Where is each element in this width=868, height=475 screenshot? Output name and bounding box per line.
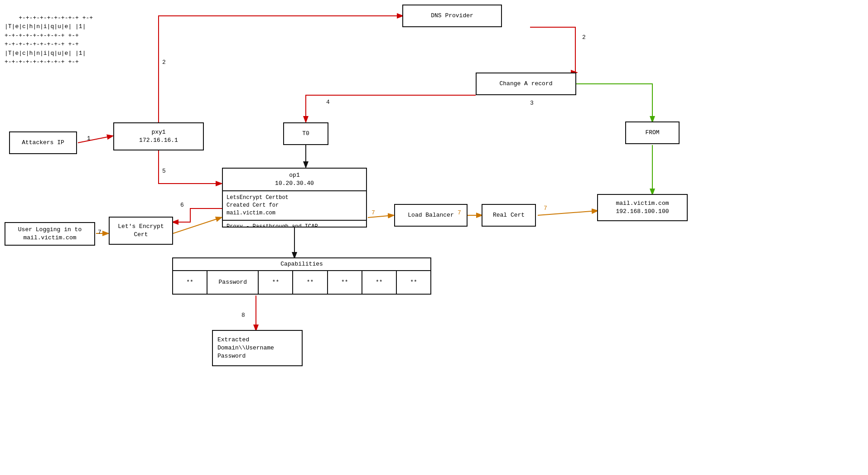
load-balancer-box: Load Balancer [394,204,468,227]
label-1: 1 [87,135,91,142]
cap-cell-1: ** [173,271,207,294]
cap-cell-6: ** [362,271,397,294]
t0-label: T0 [302,130,309,138]
label-5: 5 [162,168,166,174]
cap-cell-5: ** [328,271,362,294]
t0-box: T0 [283,122,328,145]
real-cert-label: Real Cert [493,211,525,219]
real-cert-box: Real Cert [482,204,536,227]
label-6: 6 [180,202,184,208]
cap-cell-3: ** [259,271,293,294]
cap-cell-4: ** [293,271,328,294]
from-label: FROM [645,129,659,137]
label-4: 4 [326,99,330,106]
ascii-art: +-+-+-+-+-+-+-+-+ +-+ |T|e|c|h|n|i|q|u|e… [5,5,93,75]
change-a-record-box: Change A record [476,73,576,95]
user-logging-box: User Logging in tomail.victim.com [5,222,95,246]
user-logging-label: User Logging in tomail.victim.com [18,226,82,242]
cap-cell-2: Password [207,271,259,294]
mail-victim-box: mail.victim.com192.168.100.100 [597,194,688,221]
extracted-box: ExtractedDomain\\UsernamePassword [212,330,303,366]
diagram-container: +-+-+-+-+-+-+-+-+ +-+ |T|e|c|h|n|i|q|u|e… [0,0,868,475]
label-3: 3 [530,100,534,107]
label-7d: 7 [544,205,547,212]
capabilities-label: Capabilities [280,261,323,267]
cap-cell-7: ** [397,271,430,294]
pxy1-box: pxy1172.16.16.1 [113,122,204,150]
label-2a: 2 [162,59,166,66]
lets-encrypt-box: Let's EncryptCert [109,217,173,245]
label-7c: 7 [458,209,461,216]
op1-box: op110.20.30.40 LetsEncrypt CertbotCreate… [222,168,367,228]
lets-encrypt-label: Let's EncryptCert [118,223,164,239]
dns-provider-label: DNS Provider [431,12,473,20]
dns-provider-box: DNS Provider [402,5,502,27]
label-7a: 7 [98,229,101,236]
svg-line-4 [173,218,221,233]
svg-line-0 [78,136,112,143]
pxy1-label: pxy1172.16.16.1 [139,128,178,145]
from-box: FROM [625,121,680,144]
label-8: 8 [241,312,245,319]
capabilities-box: Capabilities ** Password ** ** ** ** ** [172,257,431,295]
op1-cert-info: LetsEncrypt CertbotCreated Cert formail.… [227,194,289,216]
op1-proxy-label: Proxy - Passthrough and ICAP [227,223,318,228]
extracted-label: ExtractedDomain\\UsernamePassword [217,336,274,361]
mail-victim-label: mail.victim.com192.168.100.100 [616,199,669,216]
change-a-record-label: Change A record [499,80,552,88]
attackers-ip-label: Attackers IP [22,139,64,147]
op1-title: op110.20.30.40 [275,172,314,187]
label-7b: 7 [371,209,375,216]
load-balancer-label: Load Balancer [408,211,453,219]
attackers-ip-box: Attackers IP [9,131,77,154]
label-2b: 2 [582,34,586,41]
